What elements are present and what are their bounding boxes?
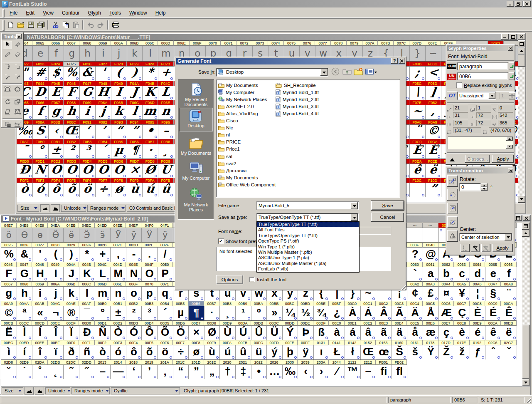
- eraser-tool[interactable]: [13, 41, 22, 49]
- naturalborn-scroll-down-button[interactable]: [518, 196, 525, 203]
- place-my-recent-documents[interactable]: My RecentDocuments: [179, 82, 213, 111]
- save-in-dropdown[interactable]: Desktop: [216, 68, 328, 77]
- spin-down-icon[interactable]: [481, 187, 488, 191]
- app-close-button[interactable]: [523, 1, 531, 7]
- file-item[interactable]: TMyriad-Bold_3.ttf: [276, 103, 319, 110]
- center-dropdown[interactable]: Center of selection: [459, 233, 512, 241]
- glyph-cell[interactable]: }: [410, 46, 426, 61]
- glyph-cell[interactable]: “: [111, 125, 127, 139]
- file-item[interactable]: My Computer: [218, 89, 254, 96]
- glyph-cell[interactable]: à: [329, 326, 345, 340]
- glyph-name-field[interactable]: paragraph: [457, 62, 508, 70]
- glyph-cell[interactable]: ï: [48, 345, 64, 359]
- rotate-tool-button[interactable]: [447, 189, 458, 201]
- glyph-cell[interactable]: m: [158, 46, 174, 61]
- type-option[interactable]: Win Type 1 (*.pfb): [257, 244, 359, 250]
- glyph-cell[interactable]: –: [158, 125, 174, 139]
- glyph-cell[interactable]: Ӫ: [48, 228, 64, 242]
- glyph-cell[interactable]: ⁄: [329, 365, 345, 379]
- glyph-cell[interactable]: E: [49, 86, 64, 100]
- place-desktop[interactable]: Desktop: [179, 108, 213, 131]
- glyph-cell[interactable]: ½: [298, 306, 314, 320]
- glyph-cell[interactable]: H: [32, 267, 48, 281]
- glyph-cell[interactable]: º: [251, 306, 267, 320]
- type-option[interactable]: FontLab (*.vfb): [257, 266, 359, 272]
- glyph-cell[interactable]: ·: [143, 144, 158, 159]
- glyph-cell[interactable]: ˇ: [501, 345, 517, 359]
- free-transform-button[interactable]: [447, 175, 458, 187]
- save-all-button[interactable]: [36, 20, 46, 30]
- glyph-cell[interactable]: ): [127, 67, 143, 81]
- large-cells-icon[interactable]: [35, 387, 44, 395]
- glyph-cell[interactable]: †: [220, 365, 236, 379]
- glyph-cell[interactable]: ł: [345, 345, 361, 359]
- file-item[interactable]: My Documents: [218, 82, 258, 89]
- glyph-cell[interactable]: @: [423, 248, 439, 262]
- glyph-cell[interactable]: ¬: [48, 306, 64, 320]
- glyph-cell[interactable]: ': [32, 248, 48, 262]
- glyph-cell[interactable]: +: [95, 248, 111, 262]
- glyph-cell[interactable]: ﬁ: [376, 365, 392, 379]
- glyph-cell[interactable]: ²: [126, 306, 142, 320]
- type-option[interactable]: OpenType PS (*.otf): [257, 238, 359, 244]
- hammer-curve-button[interactable]: [481, 244, 490, 252]
- myriad-scroll-up-button[interactable]: [522, 230, 530, 237]
- glyph-cell[interactable]: Ł: [329, 345, 345, 359]
- glyph-cell[interactable]: P: [158, 267, 173, 281]
- slant-tool[interactable]: [3, 108, 12, 116]
- glyph-cell[interactable]: Û: [251, 326, 267, 340]
- glyph-cell[interactable]: o: [126, 287, 142, 301]
- glyph-cell[interactable]: ~: [426, 46, 441, 61]
- glyph-cell[interactable]: Š: [392, 345, 408, 359]
- glyph-cell[interactable]: ;: [410, 67, 426, 81]
- glyph-cell[interactable]: (: [48, 248, 64, 262]
- glyph-cell[interactable]: ×: [189, 326, 204, 340]
- glyph-cell[interactable]: ó: [111, 345, 126, 359]
- glyph-cell[interactable]: É: [410, 144, 426, 159]
- glyph-cell[interactable]: »: [267, 306, 283, 320]
- glyph-cell[interactable]: ’: [96, 125, 111, 139]
- myriad-scroll-down-button[interactable]: [522, 379, 530, 386]
- glyph-cell[interactable]: Ý: [283, 326, 298, 340]
- glyph-cell[interactable]: ³: [80, 144, 96, 159]
- glyph-cell[interactable]: Ð: [79, 326, 95, 340]
- glyph-cell[interactable]: ê: [485, 326, 501, 340]
- rotate-spinner[interactable]: [481, 183, 488, 191]
- glyph-cell[interactable]: é: [470, 326, 486, 340]
- naturalborn-scroll-up-button[interactable]: [518, 47, 525, 55]
- glyph-cell[interactable]: k: [111, 105, 127, 119]
- glyph-cell[interactable]: c: [454, 267, 470, 281]
- dialog-help-icon[interactable]: ?: [391, 58, 398, 64]
- glyph-cell[interactable]: Ç: [454, 306, 470, 320]
- glyph-cell[interactable]: /: [158, 248, 173, 262]
- glyph-cell[interactable]: ”: [127, 125, 143, 139]
- glyph-cell[interactable]: n: [158, 105, 174, 119]
- glyph-cell[interactable]: ,: [111, 248, 126, 262]
- naturalborn-index-dropdown[interactable]: Unicode: [61, 205, 86, 212]
- glyph-cell[interactable]: ˘: [1, 365, 17, 379]
- glyph-cell[interactable]: f: [49, 46, 64, 61]
- ellipse-tool[interactable]: [13, 86, 22, 94]
- glyph-cell[interactable]: Ÿ: [423, 345, 439, 359]
- glyph-cell[interactable]: ±: [111, 306, 126, 320]
- glyph-cell[interactable]: ‚: [158, 365, 173, 379]
- glyph-cell[interactable]: %: [1, 248, 17, 262]
- menu-view[interactable]: View: [39, 7, 58, 18]
- glyph-cell[interactable]: ö: [158, 345, 173, 359]
- glyph-cell[interactable]: %: [64, 67, 80, 81]
- add-tangent-tool[interactable]: [13, 73, 22, 82]
- glyph-cell[interactable]: õ: [142, 345, 158, 359]
- add-corner-tool[interactable]: [13, 63, 22, 72]
- up-folder-button[interactable]: [342, 68, 352, 77]
- glyph-cell[interactable]: Ù: [220, 326, 236, 340]
- file-item[interactable]: TMyriad-Bold_2.ttf: [276, 96, 319, 103]
- glyph-cell[interactable]: ó: [33, 183, 49, 197]
- myriad-index-dropdown[interactable]: Unicode: [45, 387, 70, 394]
- menu-glyph[interactable]: Glyph: [84, 7, 105, 18]
- glyph-cell[interactable]: Ž: [439, 345, 455, 359]
- glyph-cell[interactable]: Ã: [392, 306, 408, 320]
- glyph-cell[interactable]: g: [1, 287, 17, 301]
- glyph-cell[interactable]: Ò: [49, 164, 64, 178]
- back-button[interactable]: [331, 68, 341, 77]
- naturalborn-scroll-menu-button[interactable]: [518, 40, 525, 47]
